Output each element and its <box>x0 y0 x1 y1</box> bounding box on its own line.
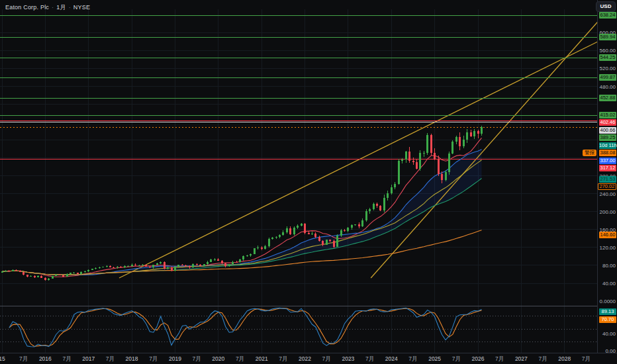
price-axis-tick: 520.00 <box>600 66 616 71</box>
time-axis-label: 7月 <box>445 355 467 363</box>
price-label-10d 11h: 10d 11h <box>599 142 616 149</box>
tradingview-chart-window: Eaton Corp. Plc·1月·NYSE USD 600.00560.00… <box>0 0 617 364</box>
price-axis-tick: 200.00 <box>600 209 616 215</box>
price-axis-tick: 120.00 <box>600 245 616 251</box>
indicator-value-label: 70.70 <box>599 316 616 323</box>
time-axis-label: 2019 <box>164 355 186 362</box>
time-axis-label: 7月 <box>229 355 252 363</box>
price-label-452.88: 452.88 <box>599 95 616 101</box>
price-axis-tick: 80.00 <box>602 263 616 269</box>
time-axis-label: 2026 <box>467 355 489 362</box>
interval-label[interactable]: 1月 <box>56 4 66 11</box>
time-axis-label: 2016 <box>34 355 56 362</box>
legend-separator: · <box>69 4 71 11</box>
time-axis[interactable]: 157月20167月20177月20187月20197月20207月20217月… <box>0 353 617 364</box>
chart-legend: Eaton Corp. Plc·1月·NYSE <box>5 3 90 12</box>
price-axis-tick: 240.00 <box>600 191 616 197</box>
time-axis-label: 7月 <box>185 355 208 363</box>
time-axis-label: 2021 <box>250 355 273 362</box>
time-axis-label: 7月 <box>402 355 424 363</box>
price-axis-tick: 40.00 <box>602 281 616 287</box>
price-axis-tick: 480.00 <box>600 84 616 90</box>
price-label-317.12: 317.12 <box>599 165 616 171</box>
price-label-544.25: 544.25 <box>599 54 616 61</box>
time-axis-label: 2027 <box>510 355 532 362</box>
price-label-415.02: 415.02 <box>599 112 616 118</box>
price-axis-tick: 0.0000 <box>600 298 616 304</box>
price-label-499.87: 499.87 <box>599 74 616 81</box>
symbol-name[interactable]: Eaton Corp. Plc <box>5 4 49 11</box>
exchange-label: NYSE <box>73 4 90 11</box>
time-axis-label: 7月 <box>56 355 78 363</box>
time-axis-label: 15 <box>0 355 13 362</box>
time-axis-label: 7月 <box>142 355 165 363</box>
price-axis-tick: 560.00 <box>600 48 616 54</box>
price-label-146.60: 146.60 <box>599 232 616 238</box>
MA-120-line <box>2 230 482 275</box>
time-axis-label: 7月 <box>359 355 381 363</box>
time-axis-label: 2017 <box>77 355 100 362</box>
price-label-589.94: 589.94 <box>599 34 616 40</box>
price-label-337.00: 337.00 <box>599 158 616 164</box>
price-label-638.24: 638.24 <box>599 12 616 19</box>
chart-plot-area[interactable] <box>0 0 617 364</box>
time-axis-label: 7月 <box>272 355 295 363</box>
legend-separator: · <box>52 4 54 11</box>
time-axis-label: 2028 <box>553 355 576 362</box>
price-label-389.25: 389.25 <box>599 134 616 141</box>
time-axis-label: 2024 <box>380 355 403 362</box>
time-axis-label: 7月 <box>315 355 338 363</box>
ma-band-fill <box>2 150 482 275</box>
time-axis-label: 2020 <box>207 355 230 362</box>
time-axis-label: 2025 <box>424 355 446 362</box>
time-axis-label: 7月 <box>575 355 597 363</box>
MA-42-line <box>2 179 482 275</box>
price-label-388.08: 388.08 <box>599 150 616 156</box>
price-label-400.66: 400.66 <box>599 127 616 134</box>
price-label-402.46: 402.46 <box>599 119 616 126</box>
trendline <box>371 22 598 278</box>
time-axis-label: 2018 <box>120 355 143 362</box>
indicator-value-label: 89.13 <box>599 308 616 315</box>
time-axis-label: 7月 <box>532 355 554 363</box>
time-axis-label: 7月 <box>99 355 121 363</box>
currency-usd-button[interactable]: USD <box>596 1 616 12</box>
time-axis-label: 2022 <box>294 355 316 362</box>
stoch-d-line <box>9 308 482 347</box>
time-axis-label: 7月 <box>13 355 35 363</box>
time-axis-label: 2023 <box>337 355 359 362</box>
alert-tag[interactable]: 警报 <box>583 150 596 156</box>
price-label-271.53: 271.53 <box>599 176 616 183</box>
price-axis[interactable]: 600.00560.00520.00480.00280.00240.00200.… <box>597 0 617 353</box>
indicator-axis-tick: 40.00 <box>602 331 616 337</box>
time-axis-label: 7月 <box>489 355 511 363</box>
price-label-270.02: 270.02 <box>598 183 616 190</box>
